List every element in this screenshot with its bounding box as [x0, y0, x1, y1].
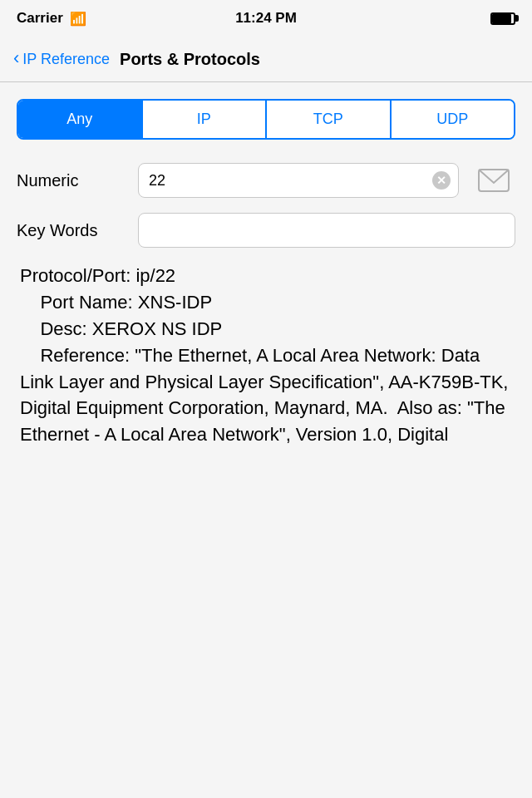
keywords-input-wrapper: [138, 213, 515, 248]
keywords-label: Key Words: [17, 221, 125, 240]
back-label: IP Reference: [22, 51, 110, 68]
seg-udp[interactable]: UDP: [392, 101, 515, 138]
keywords-input[interactable]: [138, 213, 515, 248]
status-time: 11:24 PM: [235, 10, 297, 27]
numeric-input[interactable]: [138, 163, 459, 198]
clear-numeric-button[interactable]: ✕: [432, 171, 451, 190]
battery-fill: [492, 14, 511, 23]
back-chevron-icon: ‹: [13, 49, 19, 67]
mail-icon: [478, 169, 510, 192]
back-button[interactable]: ‹ IP Reference: [13, 51, 110, 68]
keywords-row: Key Words: [17, 213, 515, 248]
result-text: Protocol/Port: ip/22 Port Name: XNS-IDP …: [20, 265, 508, 445]
status-right: [490, 12, 515, 25]
nav-bar: ‹ IP Reference Ports & Protocols: [0, 37, 532, 82]
numeric-row: Numeric ✕: [17, 163, 515, 198]
numeric-input-wrapper: ✕: [138, 163, 459, 198]
seg-any[interactable]: Any: [18, 101, 143, 138]
wifi-icon: 📶: [70, 11, 86, 27]
page-title: Ports & Protocols: [120, 50, 260, 69]
seg-tcp[interactable]: TCP: [267, 101, 392, 138]
share-email-button[interactable]: [472, 163, 515, 198]
main-content: Any IP TCP UDP Numeric ✕ Key Words Proto…: [0, 82, 532, 448]
result-area: Protocol/Port: ip/22 Port Name: XNS-IDP …: [17, 263, 515, 448]
status-bar: Carrier 📶 11:24 PM: [0, 0, 532, 37]
seg-ip[interactable]: IP: [143, 101, 268, 138]
status-left: Carrier 📶: [17, 10, 86, 27]
carrier-label: Carrier: [17, 10, 63, 27]
numeric-label: Numeric: [17, 171, 125, 190]
battery-icon: [490, 12, 515, 25]
protocol-segmented-control[interactable]: Any IP TCP UDP: [17, 99, 515, 140]
